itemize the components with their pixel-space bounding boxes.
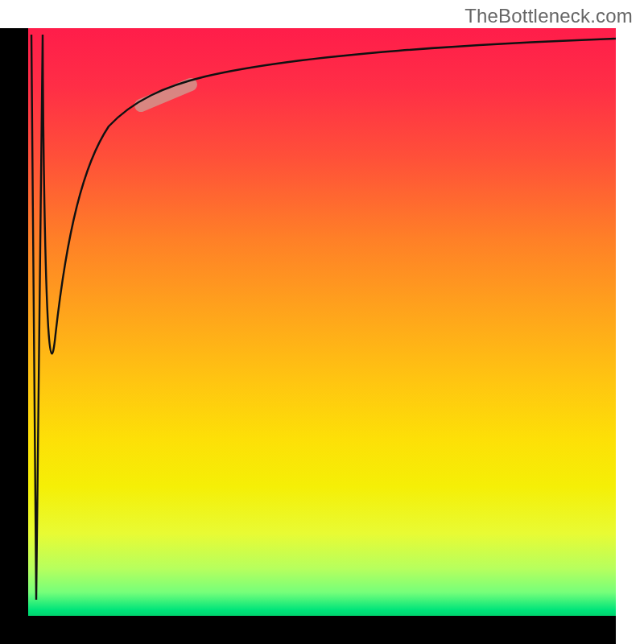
highlighted-segment bbox=[141, 85, 191, 105]
x-axis-bar bbox=[28, 616, 616, 644]
axis-corner bbox=[0, 616, 28, 644]
plot-area bbox=[28, 28, 616, 616]
watermark-text: TheBottleneck.com bbox=[464, 5, 633, 27]
chart-stage: TheBottleneck.com bbox=[0, 0, 644, 644]
y-axis-bar bbox=[0, 28, 28, 616]
curve-layer bbox=[28, 28, 616, 616]
bottleneck-curve bbox=[31, 35, 616, 600]
